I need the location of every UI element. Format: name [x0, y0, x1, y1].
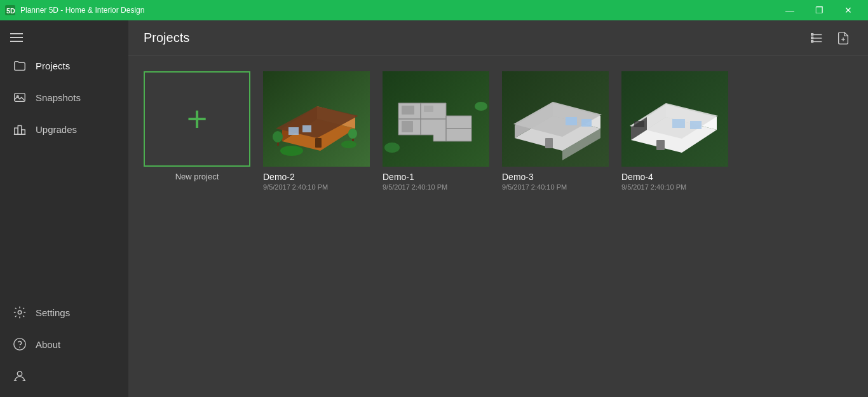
svg-rect-63 — [656, 140, 665, 150]
svg-rect-42 — [402, 121, 413, 132]
svg-rect-43 — [424, 106, 433, 112]
help-icon — [13, 337, 27, 351]
project-thumbnail-demo-3 — [502, 71, 609, 167]
thumbnail-svg-demo-1 — [383, 71, 489, 167]
sidebar-item-upgrades-label: Upgrades — [36, 124, 77, 135]
sidebar-item-snapshots-label: Snapshots — [36, 92, 81, 103]
svg-rect-27 — [302, 125, 311, 132]
svg-rect-26 — [288, 127, 299, 135]
new-project-card[interactable]: + New project — [144, 71, 250, 191]
svg-rect-51 — [566, 117, 577, 125]
project-info-demo-4: Demo-4 9/5/2017 2:40:10 PM — [621, 167, 728, 191]
app-body: Projects Snapshots Upgrades — [0, 20, 868, 397]
project-date-demo-3: 9/5/2017 2:40:10 PM — [502, 183, 609, 191]
project-date-demo-1: 9/5/2017 2:40:10 PM — [383, 183, 489, 191]
thumbnail-svg-demo-2 — [263, 71, 370, 167]
svg-rect-41 — [402, 106, 414, 115]
svg-point-30 — [341, 141, 356, 148]
header-actions — [807, 29, 853, 48]
new-project-box: + — [144, 71, 250, 167]
svg-rect-62 — [690, 121, 702, 129]
project-name-demo-2: Demo-2 — [263, 172, 370, 182]
new-project-label: New project — [175, 172, 219, 181]
svg-point-45 — [475, 102, 487, 111]
svg-rect-6 — [22, 130, 25, 134]
project-info-demo-1: Demo-1 9/5/2017 2:40:10 PM — [383, 167, 489, 191]
svg-point-11 — [17, 372, 22, 376]
project-info-demo-3: Demo-3 9/5/2017 2:40:10 PM — [502, 167, 609, 191]
hamburger-button[interactable] — [8, 31, 25, 45]
svg-rect-53 — [545, 138, 553, 148]
project-thumbnail-demo-4 — [621, 71, 728, 167]
hamburger-line-1 — [10, 33, 23, 34]
close-button[interactable]: ✕ — [834, 0, 863, 20]
sidebar-item-about-label: About — [36, 339, 60, 350]
app-title: Planner 5D - Home & Interior Design — [20, 6, 144, 15]
svg-rect-5 — [18, 126, 22, 135]
list-icon — [810, 31, 824, 45]
project-card-demo-4[interactable]: Demo-4 9/5/2017 2:40:10 PM — [621, 71, 728, 191]
project-card-demo-3[interactable]: Demo-3 9/5/2017 2:40:10 PM — [502, 71, 609, 191]
sidebar: Projects Snapshots Upgrades — [0, 20, 128, 397]
title-bar: 5D Planner 5D - Home & Interior Design —… — [0, 0, 868, 20]
svg-rect-28 — [315, 138, 322, 148]
main-content: Projects — [128, 20, 868, 397]
project-thumbnail-demo-2 — [263, 71, 370, 167]
page-title: Projects — [144, 31, 189, 45]
new-doc-icon — [836, 31, 850, 45]
image-icon — [13, 90, 27, 104]
project-card-demo-2[interactable]: Demo-2 9/5/2017 2:40:10 PM — [263, 71, 370, 191]
window-controls: — ❐ ✕ — [775, 0, 863, 20]
svg-rect-52 — [581, 119, 592, 127]
svg-rect-4 — [15, 128, 18, 134]
sidebar-item-settings-label: Settings — [36, 307, 70, 318]
app-icon: 5D — [5, 5, 15, 15]
project-name-demo-1: Demo-1 — [383, 172, 489, 182]
hamburger-line-3 — [10, 41, 23, 42]
project-thumbnail-demo-1 — [383, 71, 489, 167]
title-bar-left: 5D Planner 5D - Home & Interior Design — [5, 5, 144, 15]
folder-icon — [13, 59, 27, 73]
svg-rect-61 — [672, 119, 685, 128]
sidebar-item-projects-label: Projects — [36, 60, 70, 71]
thumbnail-svg-demo-4 — [621, 71, 728, 167]
sidebar-item-settings[interactable]: Settings — [0, 296, 128, 328]
sidebar-nav: Projects Snapshots Upgrades — [0, 50, 128, 296]
settings-icon — [13, 305, 27, 319]
new-project-plus-icon: + — [187, 101, 208, 137]
sidebar-bottom: Settings About — [0, 296, 128, 397]
sidebar-item-snapshots[interactable]: Snapshots — [0, 81, 128, 113]
svg-rect-2 — [15, 94, 25, 102]
thumbnail-svg-demo-3 — [502, 71, 609, 167]
project-card-demo-1[interactable]: Demo-1 9/5/2017 2:40:10 PM — [383, 71, 489, 191]
main-header: Projects — [128, 20, 868, 56]
list-view-button[interactable] — [807, 29, 826, 48]
minimize-button[interactable]: — — [775, 0, 804, 20]
project-date-demo-2: 9/5/2017 2:40:10 PM — [263, 183, 370, 191]
svg-point-8 — [18, 310, 22, 314]
sidebar-top — [0, 20, 128, 50]
project-date-demo-4: 9/5/2017 2:40:10 PM — [621, 183, 728, 191]
building-icon — [13, 122, 27, 136]
svg-rect-64 — [634, 121, 644, 127]
svg-text:5D: 5D — [6, 7, 15, 15]
projects-grid: + New project — [128, 56, 868, 397]
svg-point-9 — [14, 338, 25, 350]
project-name-demo-3: Demo-3 — [502, 172, 609, 182]
user-icon — [13, 369, 27, 383]
hamburger-line-2 — [10, 37, 23, 38]
sidebar-item-user[interactable] — [0, 360, 128, 392]
svg-point-34 — [348, 129, 357, 139]
sidebar-item-projects[interactable]: Projects — [0, 50, 128, 81]
project-info-demo-2: Demo-2 9/5/2017 2:40:10 PM — [263, 167, 370, 191]
new-document-button[interactable] — [834, 29, 853, 48]
svg-point-44 — [384, 143, 400, 153]
maximize-button[interactable]: ❐ — [804, 0, 834, 20]
svg-point-29 — [280, 146, 303, 156]
sidebar-item-upgrades[interactable]: Upgrades — [0, 113, 128, 145]
sidebar-item-about[interactable]: About — [0, 328, 128, 360]
svg-point-32 — [273, 131, 283, 143]
project-name-demo-4: Demo-4 — [621, 172, 728, 182]
